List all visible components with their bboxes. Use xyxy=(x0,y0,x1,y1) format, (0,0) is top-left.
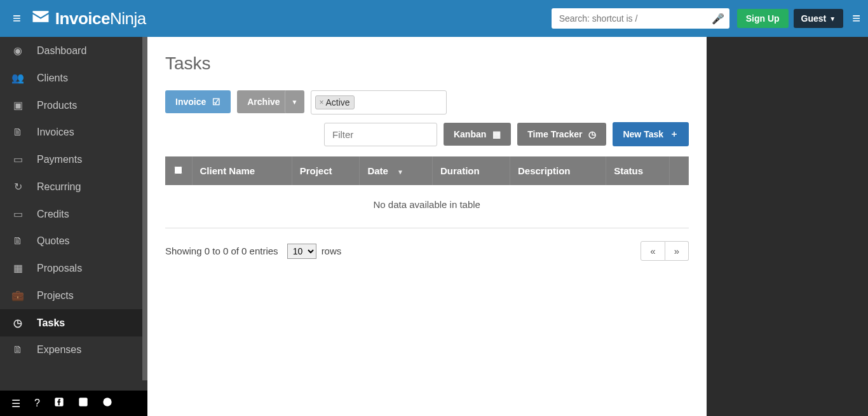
sidebar-item-dashboard[interactable]: ◉ Dashboard xyxy=(0,37,147,64)
chip-remove-icon[interactable]: × xyxy=(320,98,324,107)
guest-dropdown[interactable]: Guest ▼ xyxy=(794,9,844,28)
new-task-button[interactable]: New Task ＋ xyxy=(613,122,689,146)
svg-point-2 xyxy=(103,398,111,406)
right-gutter xyxy=(707,37,868,416)
check-icon: ☑ xyxy=(212,97,220,107)
briefcase-icon: 💼 xyxy=(11,289,24,302)
column-client-name[interactable]: Client Name xyxy=(192,156,292,185)
sidebar-item-proposals[interactable]: ▦ Proposals xyxy=(0,254,147,282)
file-icon: 🗎 xyxy=(11,344,24,356)
column-project[interactable]: Project xyxy=(292,156,360,185)
grid-icon: ▦ xyxy=(11,262,24,274)
tasks-table: Client Name Project Date▼ Duration Descr… xyxy=(165,156,689,224)
status-filter[interactable]: × Active xyxy=(311,90,447,114)
prev-page-button[interactable]: « xyxy=(641,241,665,261)
clock-icon: ◷ xyxy=(11,317,24,329)
plus-icon: ＋ xyxy=(670,128,679,140)
filter-input[interactable] xyxy=(324,123,437,146)
microphone-icon[interactable]: 🎤 xyxy=(712,13,724,25)
help-icon[interactable]: ? xyxy=(34,398,40,409)
sidebar-item-recurring[interactable]: ↻ Recurring xyxy=(0,173,147,200)
github-icon[interactable] xyxy=(102,397,112,410)
archive-dropdown-toggle[interactable]: ▼ xyxy=(285,90,304,113)
svg-rect-1 xyxy=(79,398,87,406)
twitter-icon[interactable] xyxy=(78,397,88,410)
logo-text-bold: Invoice xyxy=(55,9,110,29)
invoice-button[interactable]: Invoice ☑ xyxy=(165,90,231,113)
chip-active: × Active xyxy=(315,95,355,109)
next-page-button[interactable]: » xyxy=(665,241,689,261)
select-all-checkbox[interactable] xyxy=(174,166,182,174)
caret-down-icon: ▼ xyxy=(292,99,298,106)
search-input[interactable] xyxy=(552,8,729,29)
sidebar-item-products[interactable]: ▣ Products xyxy=(0,92,147,119)
users-icon: 👥 xyxy=(11,72,24,84)
envelope-icon xyxy=(31,7,50,31)
dashboard-icon: ◉ xyxy=(11,45,24,57)
card-icon: ▭ xyxy=(11,208,24,220)
content-panel: Tasks Invoice ☑ Archive ▼ × Active xyxy=(147,37,707,416)
sidebar-item-payments[interactable]: ▭ Payments xyxy=(0,146,147,173)
sidebar-item-expenses[interactable]: 🗎 Expenses xyxy=(0,336,147,363)
right-menu-toggle[interactable]: ≡ xyxy=(852,10,860,27)
file-icon: 🗎 xyxy=(11,235,24,247)
sidebar-footer: ☰ ? xyxy=(0,391,147,416)
kanban-icon: ▦ xyxy=(492,129,501,139)
page-title: Tasks xyxy=(165,53,689,74)
sidebar-item-clients[interactable]: 👥 Clients xyxy=(0,64,147,92)
column-actions xyxy=(670,156,689,185)
caret-down-icon: ▼ xyxy=(829,15,836,22)
sidebar-item-credits[interactable]: ▭ Credits xyxy=(0,200,147,228)
time-tracker-button[interactable]: Time Tracker ◷ xyxy=(517,123,606,146)
column-description[interactable]: Description xyxy=(510,156,606,185)
signup-button[interactable]: Sign Up xyxy=(737,9,789,28)
column-status[interactable]: Status xyxy=(606,156,670,185)
kanban-button[interactable]: Kanban ▦ xyxy=(444,123,511,146)
column-date[interactable]: Date▼ xyxy=(360,156,433,185)
card-icon: ▭ xyxy=(11,153,24,165)
rows-per-page-select[interactable]: 10 xyxy=(287,244,316,259)
table-empty-row: No data available in table xyxy=(165,185,689,224)
clock-icon: ◷ xyxy=(588,129,596,139)
sidebar-item-projects[interactable]: 💼 Projects xyxy=(0,282,147,309)
rows-label: rows xyxy=(322,246,342,256)
search-container: 🎤 xyxy=(552,8,729,29)
pagination: « » xyxy=(641,241,689,261)
sidebar: ◉ Dashboard 👥 Clients ▣ Products 🗎 Invoi… xyxy=(0,37,147,416)
logo[interactable]: InvoiceNinja xyxy=(31,7,146,31)
archive-button[interactable]: Archive xyxy=(237,90,290,113)
column-checkbox xyxy=(165,156,192,185)
showing-text: Showing 0 to 0 of 0 entries xyxy=(165,246,278,256)
refresh-icon: ↻ xyxy=(11,181,24,193)
logo-text-light: Ninja xyxy=(110,9,146,29)
facebook-icon[interactable] xyxy=(54,397,64,410)
sidebar-item-tasks[interactable]: ◷ Tasks xyxy=(0,309,147,336)
list-icon[interactable]: ☰ xyxy=(11,398,20,410)
sidebar-item-invoices[interactable]: 🗎 Invoices xyxy=(0,119,147,146)
sidebar-item-quotes[interactable]: 🗎 Quotes xyxy=(0,228,147,254)
scrollbar-thumb[interactable] xyxy=(142,37,147,380)
menu-toggle[interactable]: ≡ xyxy=(8,6,26,31)
column-duration[interactable]: Duration xyxy=(433,156,510,185)
cube-icon: ▣ xyxy=(11,99,24,111)
file-icon: 🗎 xyxy=(11,127,24,138)
sort-desc-icon: ▼ xyxy=(397,169,403,176)
